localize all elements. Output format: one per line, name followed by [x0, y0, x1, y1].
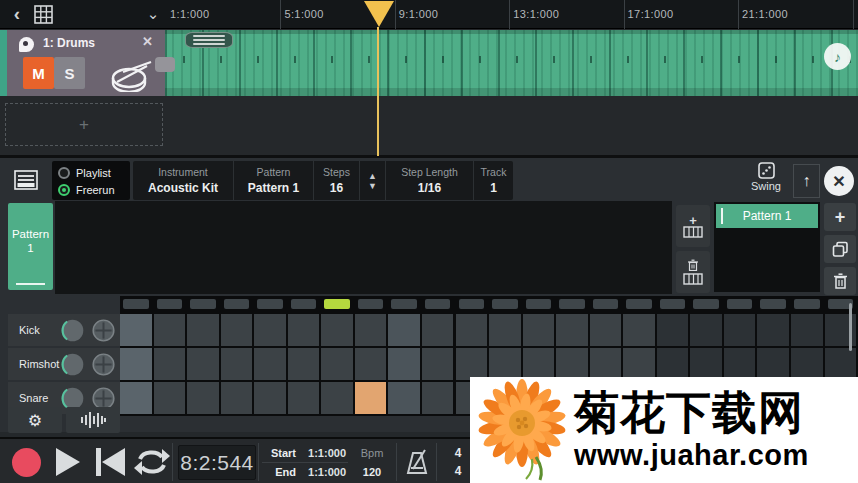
clip-lane[interactable]: ♪ [165, 30, 858, 96]
add-pattern-button[interactable]: + [824, 203, 856, 231]
step-cell[interactable] [254, 314, 286, 346]
step-cell[interactable] [221, 348, 253, 380]
step-cell[interactable] [355, 348, 387, 380]
step-cell[interactable] [724, 348, 756, 380]
step-cell[interactable] [355, 314, 387, 346]
step-cell[interactable] [623, 348, 655, 380]
pan-knob[interactable] [90, 351, 117, 378]
grid-scrollbar[interactable] [849, 303, 852, 351]
step-cell[interactable] [690, 314, 722, 346]
delete-pattern-button[interactable] [824, 267, 856, 295]
step-cell[interactable] [154, 348, 186, 380]
step-cell[interactable] [757, 348, 789, 380]
step-cell[interactable] [623, 314, 655, 346]
step-cell[interactable] [288, 314, 320, 346]
step-cell[interactable] [221, 382, 253, 414]
step-cell-active[interactable] [355, 382, 387, 414]
step-cell[interactable] [422, 314, 454, 346]
step-cell[interactable] [288, 348, 320, 380]
step-cell[interactable] [556, 314, 588, 346]
grid-view-button[interactable] [30, 2, 56, 26]
play-button[interactable] [56, 448, 80, 476]
field-pattern[interactable]: PatternPattern 1 [233, 161, 313, 200]
pan-knob[interactable] [90, 317, 117, 344]
volume-knob[interactable] [59, 317, 86, 344]
copy-pattern-button[interactable] [824, 235, 856, 263]
step-cell[interactable] [120, 314, 152, 346]
step-cell[interactable] [221, 314, 253, 346]
step-cell[interactable] [187, 348, 219, 380]
step-cell[interactable] [321, 348, 353, 380]
step-cell[interactable] [321, 382, 353, 414]
end-value[interactable]: 1:1:000 [296, 466, 348, 478]
step-cell[interactable] [825, 348, 857, 380]
step-cell[interactable] [489, 348, 521, 380]
pattern-list-item[interactable]: Pattern 1 [716, 204, 818, 228]
step-cell[interactable] [422, 348, 454, 380]
step-cell[interactable] [154, 382, 186, 414]
step-cell[interactable] [791, 314, 823, 346]
mode-freerun[interactable]: Freerun [58, 182, 124, 198]
track-header[interactable]: 1: Drums ✕ M S [7, 30, 165, 96]
stepper-up-icon[interactable]: ▲ [368, 171, 377, 181]
start-value[interactable]: 1:1:000 [296, 447, 348, 459]
waveform-button[interactable] [66, 407, 120, 433]
step-cell[interactable] [489, 314, 521, 346]
loop-button[interactable] [134, 446, 170, 478]
step-cell[interactable] [657, 348, 689, 380]
loop-range-block[interactable]: Start 1:1:000 End 1:1:000 [262, 444, 348, 480]
step-cell[interactable] [388, 348, 420, 380]
pattern-lane-area[interactable] [55, 201, 672, 294]
mode-playlist[interactable]: Playlist [58, 165, 124, 181]
minimize-panel-button[interactable]: ↑ [793, 164, 820, 198]
solo-button[interactable]: S [54, 57, 85, 89]
delete-bar-button[interactable] [676, 251, 710, 293]
metronome-button[interactable] [402, 447, 432, 477]
step-cell[interactable] [556, 348, 588, 380]
step-cell[interactable] [187, 382, 219, 414]
close-sequencer-button[interactable]: ✕ [824, 166, 854, 196]
step-cell[interactable] [724, 314, 756, 346]
step-cell[interactable] [120, 348, 152, 380]
collapse-button[interactable]: ⌄ [142, 2, 164, 26]
add-track-region[interactable]: + [5, 103, 163, 146]
step-cell[interactable] [456, 348, 488, 380]
step-cell[interactable] [388, 382, 420, 414]
record-button[interactable] [12, 448, 41, 477]
track-close-button[interactable]: ✕ [142, 34, 153, 49]
timeline-ruler[interactable]: 1:1:0005:1:0009:1:00013:1:00017:1:00021:… [165, 0, 858, 29]
step-cell[interactable] [690, 348, 722, 380]
step-cell[interactable] [187, 314, 219, 346]
track-resize-handle[interactable] [155, 57, 175, 72]
step-cell[interactable] [288, 382, 320, 414]
clip-drag-handle[interactable] [185, 32, 233, 48]
step-cell[interactable] [657, 314, 689, 346]
add-bar-button[interactable]: + [676, 205, 710, 247]
rewind-button[interactable] [96, 448, 126, 476]
step-cell[interactable] [590, 314, 622, 346]
step-cell[interactable] [254, 348, 286, 380]
field-instrument[interactable]: InstrumentAcoustic Kit [133, 161, 233, 200]
bpm-block[interactable]: Bpm 120 [352, 444, 392, 480]
volume-knob[interactable] [59, 351, 86, 378]
step-cell[interactable] [422, 382, 454, 414]
drum-row-kick[interactable]: Kick [8, 314, 120, 346]
field-steps[interactable]: Steps16 [313, 161, 359, 200]
field-track[interactable]: Track1 [473, 161, 513, 200]
step-cell[interactable] [590, 348, 622, 380]
stepper-down-icon[interactable]: ▼ [368, 181, 377, 191]
pattern-tab[interactable]: Pattern 1 [8, 203, 53, 290]
back-button[interactable]: ‹ [6, 2, 28, 26]
drum-row-rimshot[interactable]: Rimshot [8, 348, 120, 380]
step-cell[interactable] [791, 348, 823, 380]
swing-button[interactable]: Swing [742, 162, 790, 200]
steps-stepper[interactable]: ▲▼ [359, 161, 385, 200]
sequencer-menu-button[interactable] [8, 164, 44, 196]
step-cell[interactable] [523, 348, 555, 380]
time-display[interactable]: 8:2:544 [178, 445, 256, 480]
step-cell[interactable] [523, 314, 555, 346]
step-cell[interactable] [388, 314, 420, 346]
step-cell[interactable] [456, 314, 488, 346]
field-step-length[interactable]: Step Length1/16 [385, 161, 473, 200]
step-cell[interactable] [254, 382, 286, 414]
